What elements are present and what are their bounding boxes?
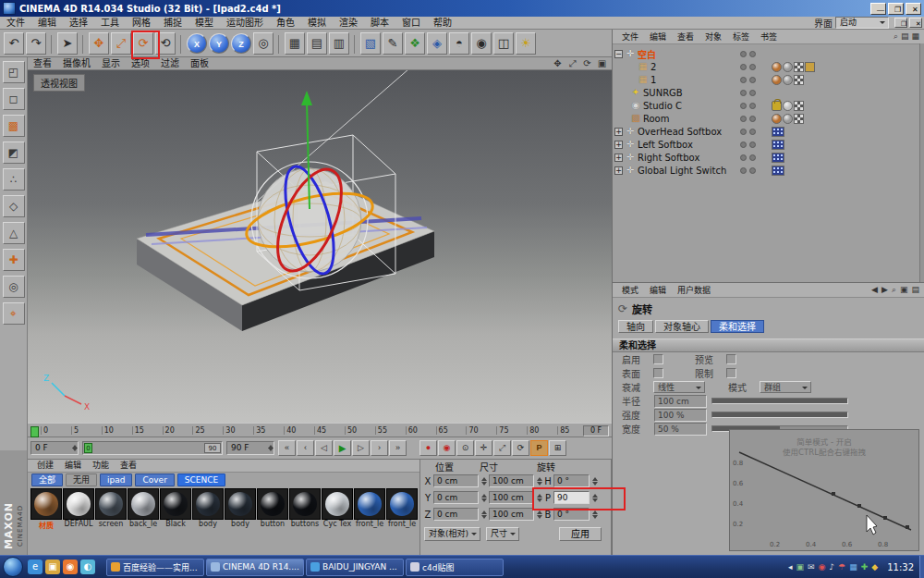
option-dropdown[interactable]: 线性	[653, 381, 705, 393]
visibility-dots[interactable]	[740, 167, 756, 174]
material-item[interactable]: front_le	[386, 488, 418, 530]
toggle-view-icon[interactable]: ▣	[596, 58, 608, 69]
object-row[interactable]: − ✛ 空白	[613, 47, 924, 60]
material-menu-item[interactable]: 创建	[31, 460, 59, 472]
attribute-tab[interactable]: 模式	[616, 284, 644, 297]
option-slider[interactable]	[711, 412, 848, 418]
taskbar-task-button[interactable]: BAIDU_JINGYAN ...	[306, 559, 404, 576]
material-menu-item[interactable]: 编辑	[59, 460, 87, 472]
viewport[interactable]: 透视视图	[28, 70, 612, 423]
material-thumbnail[interactable]	[322, 488, 353, 520]
option-slider[interactable]	[711, 398, 848, 404]
object-tag[interactable]	[794, 62, 804, 72]
menu-item[interactable]: 帮助	[427, 17, 458, 30]
expander-icon[interactable]	[620, 89, 628, 97]
polygons-mode-button[interactable]: △	[3, 222, 25, 244]
viewport-menu-item[interactable]: 面板	[185, 57, 214, 69]
object-menu-item[interactable]: 书签	[755, 31, 783, 43]
show-desktop-button[interactable]	[919, 556, 924, 578]
position-stepper[interactable]	[480, 475, 487, 486]
rotation-stepper[interactable]	[591, 509, 598, 520]
viewport-canvas[interactable]: Z X	[28, 70, 612, 423]
tool-option-tab[interactable]: 对象轴心	[655, 320, 709, 333]
light-button[interactable]: ☀	[516, 32, 536, 55]
object-tag[interactable]	[772, 127, 784, 137]
taskbar-task-button[interactable]: CINEMA 4D R14....	[206, 559, 304, 576]
menu-item[interactable]: 渲染	[333, 17, 364, 30]
visibility-dots[interactable]	[740, 103, 756, 109]
tray-icon[interactable]: ◂	[788, 562, 793, 572]
object-row[interactable]: + ✛ Left Softbox	[613, 138, 924, 151]
rotate-button[interactable]: ⟳	[133, 32, 153, 55]
goto-start-button[interactable]: «	[278, 440, 296, 456]
position-stepper[interactable]	[480, 492, 487, 503]
material-item[interactable]: body	[225, 488, 256, 530]
lock-icon[interactable]: ▤	[911, 285, 919, 295]
attribute-tab[interactable]: 用户数据	[672, 284, 716, 297]
expander-icon[interactable]: +	[614, 154, 623, 162]
make-editable-button[interactable]: ◰	[3, 61, 25, 83]
material-thumbnail[interactable]	[257, 488, 288, 520]
frame-stepper[interactable]	[71, 442, 78, 454]
menu-item[interactable]: 工具	[94, 17, 126, 30]
viewport-menu-item[interactable]: 选项	[126, 57, 155, 69]
object-tag[interactable]	[805, 62, 815, 72]
record-rotation-button[interactable]: ⟳	[512, 440, 529, 456]
material-thumbnail[interactable]	[128, 488, 159, 520]
position-field[interactable]: 0 cm	[433, 508, 479, 521]
rotation-field[interactable]: 0 °	[553, 508, 590, 521]
material-item[interactable]: screen	[95, 488, 127, 530]
object-tag[interactable]	[794, 114, 804, 124]
menu-item[interactable]: 运动图形	[220, 17, 270, 30]
visibility-dots[interactable]	[740, 141, 756, 148]
object-row[interactable]: ✦ SUNRGB	[613, 86, 924, 99]
option-checkbox[interactable]	[653, 368, 663, 378]
position-stepper[interactable]	[480, 509, 487, 520]
zoom-view-icon[interactable]: ⤢	[566, 58, 578, 69]
size-field[interactable]: 100 cm	[489, 491, 534, 504]
object-tag[interactable]	[772, 153, 784, 163]
expander-icon[interactable]	[620, 115, 628, 123]
visibility-dots[interactable]	[740, 64, 756, 70]
falloff-curve-panel[interactable]: 简单模式 - 开启 使用CTRL配合右键拖拽 0.8 0.6 0.4 0.2 0…	[729, 429, 919, 551]
forward-icon[interactable]: ▶	[881, 285, 888, 295]
object-row[interactable]: + ✛ Right Softbox	[613, 151, 924, 164]
end-frame-field[interactable]: 90 F	[226, 441, 274, 455]
rotation-field[interactable]: 0 °	[553, 474, 590, 487]
object-tag[interactable]	[772, 62, 782, 72]
model-mode-button[interactable]: ◻	[3, 88, 25, 110]
tray-icon[interactable]: ☂	[838, 562, 845, 572]
object-manager-scrollbar[interactable]	[919, 43, 924, 282]
tool-option-tab[interactable]: 轴向	[618, 320, 653, 333]
autokey-button[interactable]: ◉	[438, 440, 456, 456]
rotation-stepper[interactable]	[591, 492, 598, 503]
expander-icon[interactable]: +	[614, 128, 623, 136]
material-thumbnail[interactable]	[386, 488, 418, 520]
attribute-tab[interactable]: 编辑	[644, 284, 672, 297]
goto-end-button[interactable]: »	[389, 440, 407, 456]
record-scale-button[interactable]: ⤢	[493, 440, 511, 456]
enable-axis-button[interactable]: ✚	[3, 249, 25, 271]
material-menu-item[interactable]: 查看	[115, 460, 142, 472]
taskbar-task-button[interactable]: c4d贴图	[406, 559, 504, 576]
minimize-button[interactable]: —	[870, 3, 886, 15]
material-item[interactable]: back_le	[128, 488, 159, 530]
material-filter-chip[interactable]: Cover	[135, 473, 174, 486]
mdi-close-button[interactable]: ✕	[909, 18, 922, 28]
material-thumbnail[interactable]	[30, 488, 62, 520]
range-end-handle[interactable]: 90	[204, 443, 221, 453]
material-filter-chip[interactable]: 全部	[31, 473, 63, 486]
material-filter-chip[interactable]: SCENCE	[177, 473, 225, 486]
quicklaunch-browser[interactable]: e	[28, 560, 43, 574]
material-thumbnail[interactable]	[95, 488, 127, 520]
expander-icon[interactable]	[627, 76, 636, 84]
range-start-handle[interactable]: 0	[84, 443, 92, 453]
material-item[interactable]: DEFAUL	[63, 488, 94, 530]
object-tag[interactable]	[783, 114, 793, 124]
option-checkbox[interactable]	[726, 368, 736, 378]
object-row[interactable]: + ✛ Global Light Switch	[613, 164, 924, 177]
expander-icon[interactable]: −	[614, 50, 623, 58]
option-dropdown[interactable]: 群组	[760, 381, 811, 393]
record-keyframe-button[interactable]: ●	[419, 440, 437, 456]
object-label[interactable]: OverHead Softbox	[638, 127, 722, 137]
